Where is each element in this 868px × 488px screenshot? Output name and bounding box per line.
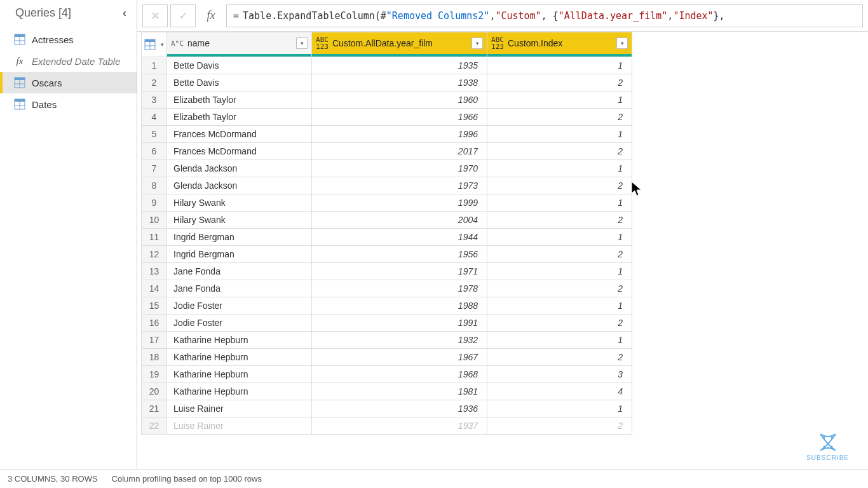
fx-button[interactable]: fx xyxy=(198,4,224,27)
cell-name[interactable]: Katharine Hepburn xyxy=(167,366,312,383)
cell-index[interactable]: 1 xyxy=(487,92,632,109)
cell-year[interactable]: 1968 xyxy=(312,366,487,383)
cell-name[interactable]: Jodie Foster xyxy=(167,297,312,315)
table-row[interactable]: 16Jodie Foster19912 xyxy=(142,315,632,332)
cell-name[interactable]: Katharine Hepburn xyxy=(167,349,312,366)
table-row[interactable]: 18Katharine Hepburn19672 xyxy=(142,349,632,366)
cell-name[interactable]: Ingrid Bergman xyxy=(167,246,312,263)
cell-name[interactable]: Bette Davis xyxy=(167,57,312,74)
cell-name[interactable]: Jane Fonda xyxy=(167,263,312,280)
table-row[interactable]: 22Luise Rainer19372 xyxy=(142,417,632,435)
cell-year[interactable]: 1991 xyxy=(312,315,487,332)
cell-index[interactable]: 2 xyxy=(487,143,632,160)
formula-input[interactable]: = Table.ExpandTableColumn (# "Removed Co… xyxy=(226,4,863,27)
cell-name[interactable]: Hilary Swank xyxy=(167,194,312,212)
cell-name[interactable]: Glenda Jackson xyxy=(167,160,312,177)
cell-name[interactable]: Glenda Jackson xyxy=(167,177,312,194)
column-header-index[interactable]: ABC 123 Custom.Index ▾ xyxy=(487,32,632,57)
cell-year[interactable]: 1988 xyxy=(312,297,487,315)
table-row[interactable]: 5Frances McDormand19961 xyxy=(142,126,632,143)
commit-formula-button[interactable]: ✓ xyxy=(170,4,196,27)
cell-index[interactable]: 1 xyxy=(487,229,632,246)
cell-index[interactable]: 2 xyxy=(487,74,632,92)
cell-name[interactable]: Frances McDormand xyxy=(167,126,312,143)
column-header-name[interactable]: AᴮC name ▾ xyxy=(167,32,312,57)
table-corner[interactable]: ▾ xyxy=(142,32,167,57)
cell-year[interactable]: 1938 xyxy=(312,74,487,92)
table-row[interactable]: 7Glenda Jackson19701 xyxy=(142,160,632,177)
cancel-formula-button[interactable]: ✕ xyxy=(142,4,168,27)
cell-name[interactable]: Hilary Swank xyxy=(167,212,312,229)
cell-index[interactable]: 2 xyxy=(487,177,632,194)
query-item-actresses[interactable]: Actresses xyxy=(0,29,137,50)
cell-index[interactable]: 2 xyxy=(487,280,632,297)
cell-name[interactable]: Ingrid Bergman xyxy=(167,229,312,246)
cell-name[interactable]: Frances McDormand xyxy=(167,143,312,160)
filter-dropdown-icon[interactable]: ▾ xyxy=(296,37,308,49)
cell-year[interactable]: 1932 xyxy=(312,332,487,349)
cell-name[interactable]: Jodie Foster xyxy=(167,315,312,332)
cell-year[interactable]: 1936 xyxy=(312,400,487,417)
cell-index[interactable]: 2 xyxy=(487,315,632,332)
cell-name[interactable]: Elizabeth Taylor xyxy=(167,109,312,126)
cell-index[interactable]: 2 xyxy=(487,109,632,126)
cell-index[interactable]: 3 xyxy=(487,366,632,383)
cell-index[interactable]: 2 xyxy=(487,417,632,435)
table-row[interactable]: 10Hilary Swank20042 xyxy=(142,212,632,229)
cell-year[interactable]: 1937 xyxy=(312,417,487,435)
query-item-dates[interactable]: Dates xyxy=(0,93,137,115)
cell-index[interactable]: 1 xyxy=(487,160,632,177)
cell-name[interactable]: Jane Fonda xyxy=(167,280,312,297)
table-row[interactable]: 15Jodie Foster19881 xyxy=(142,297,632,315)
table-row[interactable]: 21Luise Rainer19361 xyxy=(142,400,632,417)
cell-year[interactable]: 1967 xyxy=(312,349,487,366)
table-row[interactable]: 11Ingrid Bergman19441 xyxy=(142,229,632,246)
cell-index[interactable]: 1 xyxy=(487,126,632,143)
query-item-extended-date-table[interactable]: fx Extended Date Table xyxy=(0,50,137,72)
table-row[interactable]: 13Jane Fonda19711 xyxy=(142,263,632,280)
cell-year[interactable]: 1944 xyxy=(312,229,487,246)
table-row[interactable]: 9Hilary Swank19991 xyxy=(142,194,632,212)
cell-year[interactable]: 1970 xyxy=(312,160,487,177)
cell-year[interactable]: 1966 xyxy=(312,109,487,126)
cell-index[interactable]: 4 xyxy=(487,383,632,400)
cell-year[interactable]: 1960 xyxy=(312,92,487,109)
cell-index[interactable]: 1 xyxy=(487,297,632,315)
cell-index[interactable]: 1 xyxy=(487,263,632,280)
cell-year[interactable]: 1981 xyxy=(312,383,487,400)
cell-year[interactable]: 1999 xyxy=(312,194,487,212)
cell-name[interactable]: Katharine Hepburn xyxy=(167,383,312,400)
table-row[interactable]: 3Elizabeth Taylor19601 xyxy=(142,92,632,109)
cell-index[interactable]: 2 xyxy=(487,349,632,366)
table-row[interactable]: 19Katharine Hepburn19683 xyxy=(142,366,632,383)
cell-index[interactable]: 1 xyxy=(487,57,632,74)
table-row[interactable]: 17Katharine Hepburn19321 xyxy=(142,332,632,349)
cell-year[interactable]: 1978 xyxy=(312,280,487,297)
cell-year[interactable]: 1996 xyxy=(312,126,487,143)
cell-index[interactable]: 2 xyxy=(487,212,632,229)
table-row[interactable]: 2Bette Davis19382 xyxy=(142,74,632,92)
cell-index[interactable]: 2 xyxy=(487,246,632,263)
cell-index[interactable]: 1 xyxy=(487,332,632,349)
table-row[interactable]: 8Glenda Jackson19732 xyxy=(142,177,632,194)
cell-name[interactable]: Bette Davis xyxy=(167,74,312,92)
filter-dropdown-icon[interactable]: ▾ xyxy=(616,37,628,49)
cell-index[interactable]: 1 xyxy=(487,194,632,212)
cell-year[interactable]: 1971 xyxy=(312,263,487,280)
cell-year[interactable]: 1935 xyxy=(312,57,487,74)
cell-year[interactable]: 2017 xyxy=(312,143,487,160)
table-row[interactable]: 20Katharine Hepburn19814 xyxy=(142,383,632,400)
cell-year[interactable]: 1973 xyxy=(312,177,487,194)
table-row[interactable]: 4Elizabeth Taylor19662 xyxy=(142,109,632,126)
cell-year[interactable]: 2004 xyxy=(312,212,487,229)
cell-name[interactable]: Katharine Hepburn xyxy=(167,332,312,349)
table-row[interactable]: 1Bette Davis19351 xyxy=(142,57,632,74)
filter-dropdown-icon[interactable]: ▾ xyxy=(471,37,483,49)
table-row[interactable]: 14Jane Fonda19782 xyxy=(142,280,632,297)
cell-name[interactable]: Luise Rainer xyxy=(167,400,312,417)
cell-name[interactable]: Luise Rainer xyxy=(167,417,312,435)
table-row[interactable]: 12Ingrid Bergman19562 xyxy=(142,246,632,263)
cell-year[interactable]: 1956 xyxy=(312,246,487,263)
column-header-year-film[interactable]: ABC 123 Custom.AllData.year_film ▾ xyxy=(312,32,487,57)
table-row[interactable]: 6Frances McDormand20172 xyxy=(142,143,632,160)
